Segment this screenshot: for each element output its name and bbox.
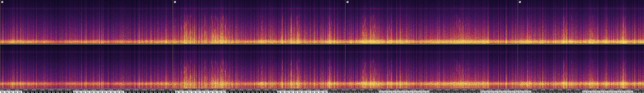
hour-strip-label: 8h25: [247, 91, 250, 93]
pane-grip-icon[interactable]: [174, 1, 176, 3]
hour-strip-label: 12h30: [455, 91, 459, 93]
spectrogram-pane-top-channel[interactable]: [0, 0, 644, 44]
hour-strip-label: 16h10: [642, 91, 644, 93]
hour-strip-label: 11h10: [387, 91, 391, 93]
hour-strip-label: 10h40: [362, 91, 366, 93]
hour-strip-label: 14h45: [570, 91, 574, 93]
hour-strip-label: 6h10: [132, 91, 136, 93]
hour-strip-label: 14h55: [578, 91, 582, 93]
hour-strip-label: 3h40: [5, 91, 8, 93]
pane-grip-icon[interactable]: [1, 1, 3, 3]
hour-strip-label: 7h15: [188, 91, 191, 93]
hour-strip-label: 4h45: [60, 91, 64, 93]
hour-strip-label: 6h45: [162, 91, 166, 93]
hour-strip-label: 13h40: [514, 91, 518, 93]
hour-strip-label: 3h50: [14, 91, 17, 93]
pane-divider[interactable]: [0, 44, 644, 45]
hour-strip-label: 10h25: [349, 91, 353, 93]
pane-grip-icon[interactable]: [519, 1, 521, 3]
hour-strip-label: 9h45: [315, 91, 318, 93]
hour-strip-label: 5h20: [90, 91, 93, 93]
hour-strip-label: 12h20: [447, 91, 450, 93]
hour-strip-label: 6h55: [171, 91, 174, 93]
hour-strip-label: 11h40: [413, 91, 416, 93]
hour-strip-label: 9h20: [294, 91, 297, 93]
hour-strip-label: 4h50: [65, 91, 68, 93]
hour-strip-label: 4h10: [31, 91, 34, 93]
ruler-tick: [287, 89, 288, 89]
playback-cursor-line: [173, 0, 173, 88]
hour-strip-label: 14h40: [566, 91, 569, 93]
ruler-tick: [228, 89, 228, 89]
hour-strip-label: 10h50: [370, 91, 374, 93]
hour-strip-label: 7h55: [222, 91, 225, 93]
time-ruler[interactable]: hmshms10:0020:0030:0040:0050:001:00:001:…: [0, 88, 644, 91]
ruler-tick: [515, 89, 515, 89]
hour-strip-label: 10h20: [345, 91, 349, 93]
hour-strip-label: 6h50: [166, 91, 170, 93]
ruler-tick: [270, 89, 270, 89]
hour-strip-label: 13h30: [506, 91, 510, 93]
hour-strip-label: 6h20: [141, 91, 144, 93]
hour-strip-label: 7h25: [196, 91, 200, 93]
hour-strip-label: 6h15: [137, 91, 140, 93]
hour-strip-label: 13h45: [519, 91, 523, 93]
hour-strip-label: 5h05: [78, 91, 80, 93]
hour-strip-label: 5h45: [112, 91, 114, 93]
hour-strip-label: 15h55: [629, 91, 633, 93]
hour-strip-label: 4h25: [44, 91, 47, 93]
hour-strip-label: 15h45: [621, 91, 624, 93]
hour-strip-label: 13h05: [485, 91, 489, 93]
hour-strip-label: 11h45: [417, 91, 421, 93]
hour-strip-label: 5h00: [73, 91, 76, 93]
ruler-tick: [262, 89, 262, 89]
hour-strip-label: 6h00: [124, 91, 127, 93]
hour-strip-label: 8h35: [256, 91, 259, 93]
hour-strip-label: 10h15: [340, 91, 344, 93]
hour-strip-label: 13h00: [480, 91, 484, 93]
ruler-tick: [170, 89, 170, 89]
hour-strip-label: 11h35: [408, 91, 412, 93]
spectrogram-montage: hmshms10:0020:0030:0040:0050:001:00:001:…: [0, 0, 644, 93]
hour-strip-label: 10h05: [332, 91, 336, 93]
ruler-tick: [581, 89, 582, 89]
ruler-tick: [350, 89, 350, 89]
hour-strip-label: 3h35: [1, 91, 4, 93]
ruler-tick: [573, 89, 573, 89]
hour-strip-label: 15h00: [582, 91, 586, 93]
hour-strip-label: 8h05: [230, 91, 233, 93]
spectrogram-pane-bottom-channel[interactable]: [0, 45, 644, 88]
hour-strip-label: 4h15: [35, 91, 38, 93]
hour-strip-label: 13h15: [493, 91, 497, 93]
hour-strip-label: 14h35: [561, 91, 565, 93]
hour-strip-label: 4h55: [69, 91, 72, 93]
ruler-tick: [384, 89, 384, 89]
hour-strip-label: 7h10: [184, 91, 187, 93]
hour-strip-label: 15h40: [616, 91, 620, 93]
ruler-tick: [598, 89, 598, 89]
hour-strip-label: 10h10: [336, 91, 340, 93]
hour-strip-label: 10h30: [353, 91, 357, 93]
hour-strip-label: 4h05: [26, 91, 30, 93]
hour-strip-label: 5h35: [103, 91, 106, 93]
hour-strip[interactable]: 3h353h403h453h503h554h004h054h104h154h20…: [0, 91, 644, 93]
hour-strip-label: 12h10: [438, 91, 442, 93]
ruler-tick: [590, 89, 590, 89]
hour-strip-label: 8h30: [252, 91, 254, 93]
hour-strip-label: 7h00: [175, 91, 178, 93]
hour-strip-label: 10h35: [358, 91, 362, 93]
hour-strip-label: 15h30: [608, 91, 612, 93]
hour-strip-label: 6h25: [145, 91, 148, 93]
ruler-tick: [358, 89, 358, 89]
pane-grip-icon[interactable]: [346, 1, 349, 3]
ruler-tick: [132, 89, 132, 89]
hour-strip-label: 11h50: [421, 91, 425, 93]
ruler-tick: [140, 89, 140, 89]
hour-strip-label: 8h20: [243, 91, 246, 93]
ruler-tick: [30, 89, 30, 89]
hour-strip-label: 12h35: [460, 91, 463, 93]
hour-strip-label: 4h30: [48, 91, 51, 93]
hour-strip-label: 9h55: [324, 91, 327, 93]
ruler-tick: [236, 89, 236, 89]
ruler-tick: [485, 89, 486, 89]
